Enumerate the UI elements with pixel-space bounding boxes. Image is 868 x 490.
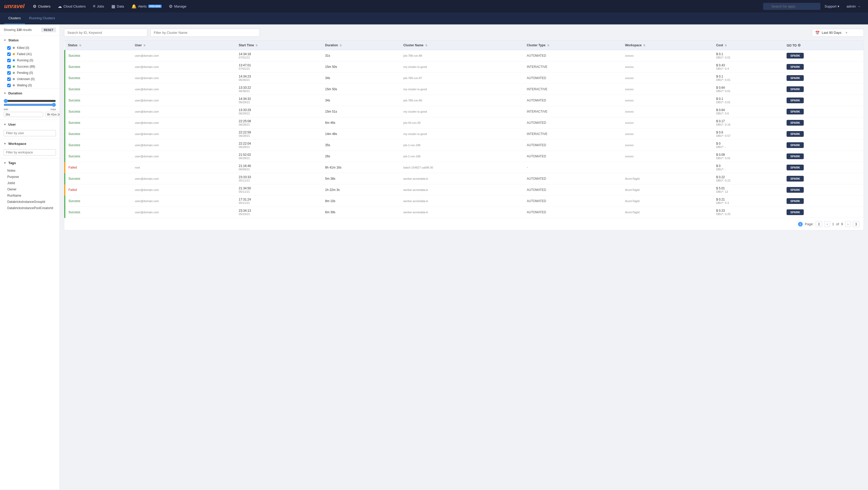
time-value: 21:52:02 06/28/21: [239, 153, 319, 160]
main-content: Showing 130 results RESET ▼ Status Kille…: [0, 25, 868, 489]
duration-max-input[interactable]: [45, 112, 60, 117]
duration-value: 1h 22m 3s: [325, 188, 340, 192]
nav-jobs[interactable]: ≡ Jobs: [90, 2, 107, 10]
filter-success[interactable]: Success (89): [0, 63, 60, 70]
filter-pending[interactable]: Pending (0): [0, 70, 60, 76]
sort-cost-icon: ⇅: [725, 44, 727, 47]
col-cluster-name[interactable]: Cluster Name ⇅: [400, 40, 524, 50]
chevron-down-icon: ▾: [838, 4, 839, 8]
workspace-value: xxxxxx: [625, 155, 633, 158]
last-page-button[interactable]: ⟫: [853, 221, 860, 227]
duration-min-input[interactable]: [4, 112, 43, 117]
nav-clusters[interactable]: ⚙ Clusters: [30, 2, 54, 10]
time-main: 23:33:33: [239, 175, 319, 179]
support-button[interactable]: Support ▾: [822, 3, 842, 10]
col-cost[interactable]: Cost ⇅: [713, 40, 783, 50]
dbu-value: DBU*: 0.01: [716, 157, 780, 160]
failed-checkbox[interactable]: [7, 53, 11, 56]
filter-killed[interactable]: Killed (0): [0, 45, 60, 51]
table-settings-icon[interactable]: ⚙: [798, 43, 801, 47]
nav-cloud-clusters[interactable]: ☁ Cloud Clusters: [55, 2, 89, 10]
cell-duration: 31s: [322, 50, 400, 61]
cell-workspace: [622, 162, 713, 173]
cost-value: $ 0.21: [716, 198, 780, 201]
spark-button[interactable]: SPARK: [786, 131, 804, 137]
filter-waiting[interactable]: Waiting (0): [0, 82, 60, 89]
cell-cluster-name: my-cluster-is-good: [400, 129, 524, 140]
spark-button[interactable]: SPARK: [786, 198, 804, 204]
workspace-filter-input[interactable]: [4, 149, 56, 156]
tag-jobid-label: JobId: [7, 181, 15, 185]
table-search-input[interactable]: [64, 29, 147, 37]
tag-jobid[interactable]: JobId: [0, 180, 60, 186]
filter-failed[interactable]: Failed (41): [0, 51, 60, 57]
spark-button[interactable]: SPARK: [786, 142, 804, 148]
filter-running[interactable]: Running (0): [0, 57, 60, 63]
tag-owner[interactable]: Owner: [0, 186, 60, 192]
col-status[interactable]: Status ⇅: [65, 40, 132, 50]
unknown-checkbox[interactable]: [7, 77, 11, 81]
duration-minmax: min max: [4, 108, 56, 111]
reset-button[interactable]: RESET: [41, 28, 56, 32]
spark-button[interactable]: SPARK: [786, 209, 804, 215]
duration-min-slider[interactable]: [4, 99, 56, 103]
user-filter-input[interactable]: [4, 130, 56, 136]
prev-page-button[interactable]: ‹: [824, 221, 830, 227]
cost-value: $ 0.22: [716, 175, 780, 179]
spark-button[interactable]: SPARK: [786, 86, 804, 92]
running-checkbox[interactable]: [7, 59, 11, 62]
spark-button[interactable]: SPARK: [786, 53, 804, 59]
tag-notes[interactable]: Notes: [0, 167, 60, 174]
killed-checkbox[interactable]: [7, 46, 11, 50]
spark-button[interactable]: SPARK: [786, 75, 804, 81]
nav-alerts[interactable]: 🔔 Alerts PREVIEW: [128, 2, 165, 10]
spark-button[interactable]: SPARK: [786, 176, 804, 182]
app-logo[interactable]: unravel: [4, 3, 25, 10]
time-date: 06/30/21: [239, 78, 319, 81]
spark-button[interactable]: SPARK: [786, 165, 804, 170]
tag-databricks-pool-creator[interactable]: DatabricksInstancePoolCreatorId: [0, 205, 60, 211]
tags-section-header[interactable]: ▼ Tags: [0, 158, 60, 167]
tag-runname[interactable]: RunName: [0, 192, 60, 199]
filter-unknown[interactable]: Unknown (0): [0, 76, 60, 82]
subnav-clusters[interactable]: Clusters: [4, 12, 25, 24]
nav-manage[interactable]: ⚙ Manage: [166, 2, 189, 10]
admin-button[interactable]: admin →: [843, 3, 864, 10]
cell-cluster-name: job-786-run-87: [400, 72, 524, 84]
success-checkbox[interactable]: [7, 65, 11, 68]
status-text: Success: [68, 143, 80, 147]
duration-max-slider[interactable]: [4, 103, 56, 107]
col-start-time[interactable]: Start Time ⇅: [236, 40, 322, 50]
spark-button[interactable]: SPARK: [786, 154, 804, 159]
tag-purpose[interactable]: Purpose: [0, 174, 60, 180]
spark-button[interactable]: SPARK: [786, 187, 804, 193]
table-row: Success user@domain.com 22:22:59 06/28/2…: [65, 129, 864, 140]
status-section-header[interactable]: ▼ Status: [0, 36, 60, 45]
subnav-running-clusters[interactable]: Running Clusters: [25, 12, 59, 24]
spark-button[interactable]: SPARK: [786, 64, 804, 70]
cell-workspace: xxxxxx: [622, 117, 713, 129]
pending-checkbox[interactable]: [7, 71, 11, 75]
spark-button[interactable]: SPARK: [786, 109, 804, 115]
spark-button[interactable]: SPARK: [786, 120, 804, 126]
app-search-input[interactable]: [763, 3, 820, 10]
workspace-section: ▼ Workspace: [0, 139, 60, 158]
tag-databricks-instance-group[interactable]: DatabricksInstanceGroupId: [0, 199, 60, 205]
duration-section-header[interactable]: ▼ Duration: [0, 89, 60, 98]
col-duration[interactable]: Duration ⇅: [322, 40, 400, 50]
user-section-header[interactable]: ▼ User: [0, 120, 60, 129]
waiting-checkbox[interactable]: [7, 84, 11, 87]
next-page-button[interactable]: ›: [845, 221, 851, 227]
date-range-picker[interactable]: 📅 Last 90 Days ▾: [812, 29, 864, 37]
col-workspace[interactable]: Workspace ⇅: [622, 40, 713, 50]
col-user[interactable]: User ⇅: [132, 40, 236, 50]
col-cluster-type[interactable]: Cluster Type ⇅: [524, 40, 622, 50]
first-page-button[interactable]: ⟪: [816, 221, 822, 227]
cell-user: user@domain.com: [132, 61, 236, 72]
spark-button[interactable]: SPARK: [786, 98, 804, 103]
cluster-name-filter-input[interactable]: [150, 29, 260, 37]
workspace-section-header[interactable]: ▼ Workspace: [0, 139, 60, 148]
nav-data[interactable]: ▦ Data: [108, 2, 127, 10]
cell-workspace: AcornTagId: [622, 185, 713, 196]
cell-user: user@domain.com: [132, 84, 236, 95]
